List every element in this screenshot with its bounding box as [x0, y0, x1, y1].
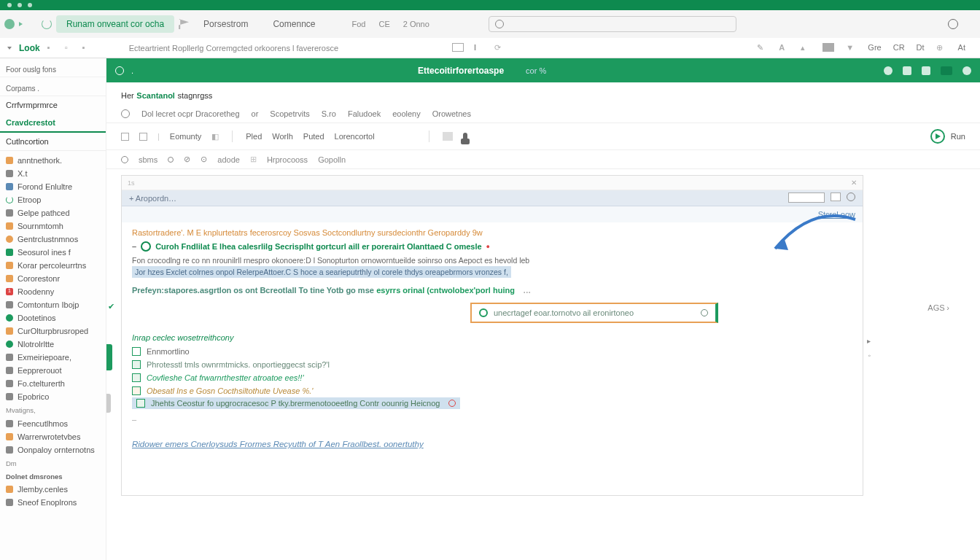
sidebar-item[interactable]: Epobrico: [0, 390, 106, 403]
toolbar-item[interactable]: Puted: [303, 132, 324, 141]
toolbar-item[interactable]: Lorencortol: [335, 132, 375, 141]
caret-icon[interactable]: [7, 47, 12, 50]
subtool-item[interactable]: adode: [217, 155, 240, 164]
gutter-marker[interactable]: [106, 394, 111, 413]
menu-icon[interactable]: [19, 22, 23, 26]
header-icon[interactable]: [962, 66, 971, 75]
ribbon-icon[interactable]: ⊕: [936, 43, 946, 53]
run-button[interactable]: [930, 129, 945, 144]
sidebar-item[interactable]: Seosurol ines f: [0, 246, 106, 259]
close-icon[interactable]: ✕: [851, 179, 857, 187]
ribbon-icon[interactable]: ▴: [801, 43, 811, 53]
sidebar-item[interactable]: Gentrclustnmnos: [0, 233, 106, 246]
header-icon[interactable]: [903, 66, 911, 75]
sidebar-tab[interactable]: Cutlncortion: [0, 133, 106, 151]
ribbon-icon[interactable]: ▪: [47, 43, 58, 53]
ring-icon[interactable]: [168, 157, 174, 163]
subtab[interactable]: Faludoek: [348, 109, 381, 118]
sidebar-item[interactable]: Feencutlhmos: [0, 417, 106, 430]
header-icon[interactable]: [922, 66, 930, 75]
ribbon-icon[interactable]: ▪: [82, 43, 93, 53]
checkbox-icon[interactable]: [132, 347, 141, 356]
bottom-link[interactable]: Ridower emers Cnerloysuds Frormes Recyut…: [132, 429, 852, 451]
bold-icon[interactable]: I: [474, 43, 484, 53]
subtab[interactable]: Dol lecret ocpr Dracoretheg: [141, 109, 240, 118]
checklist-item[interactable]: Obesatl Ins e Gosn Cocthsiltothute Uveas…: [132, 384, 852, 397]
toolbar-icon[interactable]: [443, 132, 453, 141]
sidebar-item[interactable]: Nlotrolrltte: [0, 338, 106, 351]
filter-icon[interactable]: ▼: [846, 43, 856, 53]
search-icon[interactable]: [948, 19, 958, 29]
sidebar-item[interactable]: 1Roodenny: [0, 285, 106, 298]
sidebar-item[interactable]: Sneof Enoplrons: [0, 496, 106, 509]
refresh-icon[interactable]: [42, 19, 52, 29]
sidebar-item[interactable]: CurOlturpbrusroped: [0, 324, 106, 338]
toolbar-item[interactable]: Pled: [246, 132, 262, 141]
layout-icon[interactable]: [822, 43, 834, 52]
subtool-icon[interactable]: ⊞: [250, 155, 257, 164]
sidebar-item[interactable]: Sournmtomh: [0, 219, 106, 233]
layout-icon[interactable]: [452, 43, 464, 52]
ring-icon[interactable]: [121, 156, 128, 163]
sidebar-tab-active[interactable]: Cravdcrestot: [0, 114, 106, 133]
tab-item[interactable]: Comennce: [262, 15, 325, 33]
subtool-item[interactable]: sbms: [139, 155, 158, 164]
ribbon-look[interactable]: Look: [19, 43, 40, 53]
checklist-item[interactable]: Ennmortlino: [132, 345, 852, 358]
ribbon-label[interactable]: At: [958, 43, 965, 53]
ribbon-icon[interactable]: ⟳: [494, 43, 505, 53]
key-icon[interactable]: [463, 133, 467, 140]
checklist-item-highlighted[interactable]: Jhehts Ceostur fo upgrocracesoc P tky.br…: [132, 397, 460, 409]
sidebar-item[interactable]: Cororestonr: [0, 272, 106, 285]
subtool-item[interactable]: Hrprocooss: [267, 155, 308, 164]
sidebar-item[interactable]: Exmeiriepoare,: [0, 351, 106, 364]
ribbon-icon[interactable]: ▫: [65, 43, 75, 53]
checkbox-icon[interactable]: [132, 360, 141, 369]
sidebar-item[interactable]: Dootetinos: [0, 311, 106, 324]
tab-item[interactable]: Porsestrom: [193, 15, 258, 33]
subtool-icon[interactable]: ⊘: [184, 155, 190, 164]
sidebar-item[interactable]: Eepprerouot: [0, 364, 106, 377]
text-icon[interactable]: A: [779, 43, 789, 53]
ribbon-label[interactable]: CR: [893, 43, 905, 53]
sidebar-item[interactable]: Warrerwrotetvbes: [0, 430, 106, 443]
subtab[interactable]: S.ro: [322, 109, 336, 118]
sidebar-item[interactable]: X.t: [0, 167, 106, 180]
ribbon-label[interactable]: Dt: [917, 43, 925, 53]
highlighted-text[interactable]: Jor hzes Exclet colrnes onpol RelerpeAtt…: [132, 266, 511, 278]
sidebar-item[interactable]: Jlemby.cenles: [0, 483, 106, 496]
checklist-item[interactable]: Phrotesstl tmls ownrmtmicks. onportiegge…: [132, 358, 852, 371]
gutter-marker[interactable]: [106, 344, 112, 370]
chevron-icon[interactable]: ›: [946, 303, 949, 312]
sidebar-item[interactable]: Comtonturn Ibojp: [0, 298, 106, 311]
sidebar-item[interactable]: Etroop: [0, 193, 106, 206]
ribbon-label[interactable]: Gre: [868, 43, 881, 53]
checkbox-icon[interactable]: [132, 386, 141, 395]
subtool-icon[interactable]: ⊙: [201, 155, 207, 164]
checkbox-icon[interactable]: [132, 373, 141, 382]
highlighted-callout[interactable]: unecrtagef eoar.tornotvo ail eronirtoneo: [470, 303, 718, 323]
checkbox[interactable]: [139, 133, 147, 141]
checkbox-icon[interactable]: [136, 399, 145, 408]
subtab[interactable]: Scopetrvits: [270, 109, 309, 118]
header-icon[interactable]: [941, 66, 952, 75]
sidebar-item[interactable]: Fo.ctelturerth: [0, 377, 106, 390]
subtab[interactable]: Orowetnes: [432, 109, 471, 118]
sidebar-item[interactable]: Korar percoleurrtns: [0, 259, 106, 272]
checkbox[interactable]: [121, 133, 129, 141]
sidebar-item[interactable]: anntnethork.: [0, 154, 106, 167]
sidebar-tab[interactable]: Crrfvrmprmrce: [0, 96, 106, 114]
subtool-item[interactable]: Gopolln: [318, 155, 346, 164]
header-icon[interactable]: [884, 66, 892, 75]
subtab[interactable]: eooleny: [392, 109, 421, 118]
toolbar-item[interactable]: Worlh: [272, 132, 293, 141]
pen-icon[interactable]: ✎: [757, 43, 767, 53]
expand-row[interactable]: + Aropordn…: [122, 190, 863, 206]
sidebar-item[interactable]: Gelpe pathced: [0, 206, 106, 219]
search-icon[interactable]: [115, 66, 124, 75]
home-icon[interactable]: [27, 19, 37, 29]
ellipsis-icon[interactable]: …: [523, 286, 531, 295]
tab-main[interactable]: Runam onveant cor ocha: [56, 15, 174, 33]
subtab[interactable]: or: [252, 109, 259, 118]
toolbar-icon[interactable]: ◧: [211, 132, 219, 141]
